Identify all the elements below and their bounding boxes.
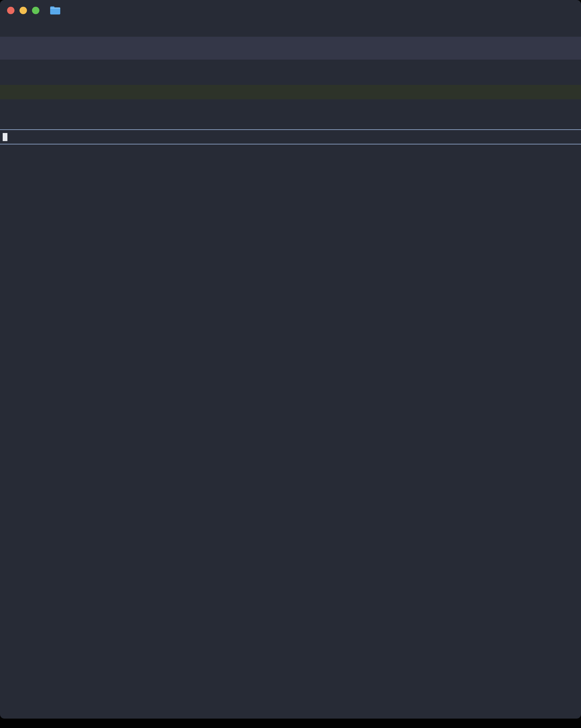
close-button[interactable] — [7, 7, 15, 14]
traffic-lights — [7, 7, 39, 14]
status-bar — [0, 149, 581, 165]
status-cwd — [1, 149, 580, 157]
user-message-text — [3, 44, 578, 52]
prompt-input[interactable] — [0, 129, 581, 145]
assistant-question — [0, 109, 581, 117]
tool-call-panel — [0, 85, 581, 99]
text-cursor — [3, 133, 7, 141]
folder-icon — [50, 6, 60, 15]
zoom-button[interactable] — [32, 7, 39, 14]
minimize-button[interactable] — [20, 7, 27, 14]
terminal-window — [0, 0, 581, 719]
thinking-indicator — [0, 69, 581, 77]
user-message-panel — [0, 37, 581, 60]
titlebar — [0, 0, 581, 21]
